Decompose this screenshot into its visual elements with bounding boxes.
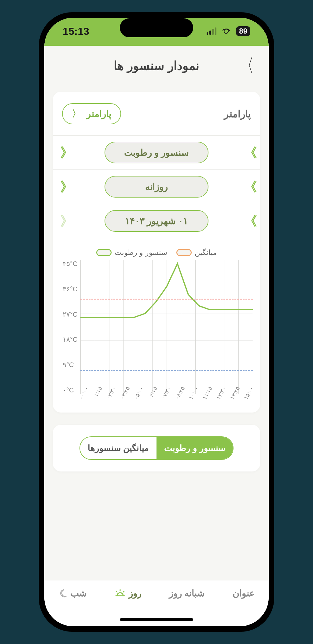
divider xyxy=(53,169,260,170)
date-next-icon[interactable]: 》 xyxy=(244,213,253,230)
toggle-active[interactable]: سنسور و رطوبت xyxy=(156,437,233,459)
date-selector-row: 》 ۰۱ شهریور ۱۴۰۳ 《 xyxy=(60,206,253,236)
back-icon[interactable]: 〉 xyxy=(241,56,254,75)
phone-frame: 15:13 89 نمودار سنسور ها 〉 پارامتر پارام… xyxy=(39,12,274,632)
link-icon xyxy=(221,27,232,35)
sun-icon xyxy=(115,589,126,598)
date-chip-label: ۰۱ شهریور ۱۴۰۳ xyxy=(125,216,188,226)
y-axis: ۴۵°C۳۶°C۲۷°C۱۸°C۹°C۰°C xyxy=(60,260,80,394)
battery-icon: 89 xyxy=(236,26,250,36)
status-icons: 89 xyxy=(207,26,250,36)
sensor-chip[interactable]: سنسور و رطوبت xyxy=(105,142,208,163)
legend-avg: میانگین xyxy=(176,248,217,257)
param-row: پارامتر پارامتر 〈 xyxy=(60,100,253,133)
page-title: نمودار سنسور ها xyxy=(114,59,199,73)
param-label: پارامتر xyxy=(224,108,251,120)
screen: 15:13 89 نمودار سنسور ها 〉 پارامتر پارام… xyxy=(44,18,269,626)
period-next-icon[interactable]: 》 xyxy=(244,178,253,195)
param-button[interactable]: پارامتر 〈 xyxy=(62,103,121,124)
status-time: 15:13 xyxy=(63,25,89,37)
legend-series: سنسور و رطوبت xyxy=(96,248,167,257)
sensor-next-icon[interactable]: 》 xyxy=(244,144,253,161)
controls-card: پارامتر پارامتر 〈 》 سنسور و رطوبت 《 》 رو… xyxy=(53,92,260,413)
sensor-prev-icon[interactable]: 《 xyxy=(60,144,69,161)
divider xyxy=(53,135,260,136)
signal-icon xyxy=(207,27,216,35)
legend-avg-swatch xyxy=(176,249,192,256)
nav-day-label: روز xyxy=(129,588,142,599)
nav-night-label: شب xyxy=(70,588,87,599)
moon-icon xyxy=(58,589,67,598)
period-chip-label: روزانه xyxy=(145,182,168,192)
nav-day[interactable]: روز xyxy=(115,588,142,599)
nav-title[interactable]: عنوان xyxy=(233,588,255,599)
period-prev-icon[interactable]: 《 xyxy=(60,178,69,195)
chart-area: میانگین سنسور و رطوبت ۴۵°C۳۶°C۲۷°C۱۸°C۹°… xyxy=(60,248,253,404)
bottom-nav: عنوان شبانه روز روز شب xyxy=(44,580,269,626)
nav-night[interactable]: شب xyxy=(58,588,87,599)
date-chip[interactable]: ۰۱ شهریور ۱۴۰۳ xyxy=(105,210,208,232)
chart-box: ۴۵°C۳۶°C۲۷°C۱۸°C۹°C۰°C xyxy=(60,260,253,394)
period-chip[interactable]: روزانه xyxy=(105,176,208,198)
plot-svg xyxy=(80,260,253,432)
param-button-label: پارامتر xyxy=(87,108,111,119)
plot-area xyxy=(80,260,253,394)
period-selector-row: 》 روزانه 《 xyxy=(60,172,253,202)
home-indicator[interactable] xyxy=(120,618,193,621)
toggle-inactive[interactable]: میانگین سنسورها xyxy=(80,437,156,459)
chevron-left-icon: 〈 xyxy=(72,107,81,120)
divider xyxy=(53,204,260,204)
legend-series-swatch xyxy=(96,249,112,256)
sensor-chip-label: سنسور و رطوبت xyxy=(124,147,189,158)
notch xyxy=(120,18,193,37)
series-toggle: سنسور و رطوبت میانگین سنسورها xyxy=(79,436,234,460)
chart-legend: میانگین سنسور و رطوبت xyxy=(60,248,253,257)
date-prev-icon[interactable]: 《 xyxy=(60,213,69,230)
sensor-selector-row: 》 سنسور و رطوبت 《 xyxy=(60,137,253,168)
legend-avg-label: میانگین xyxy=(195,248,217,257)
app-header: نمودار سنسور ها 〉 xyxy=(44,46,269,86)
legend-series-label: سنسور و رطوبت xyxy=(115,248,167,257)
nav-day-night[interactable]: شبانه روز xyxy=(169,588,205,599)
